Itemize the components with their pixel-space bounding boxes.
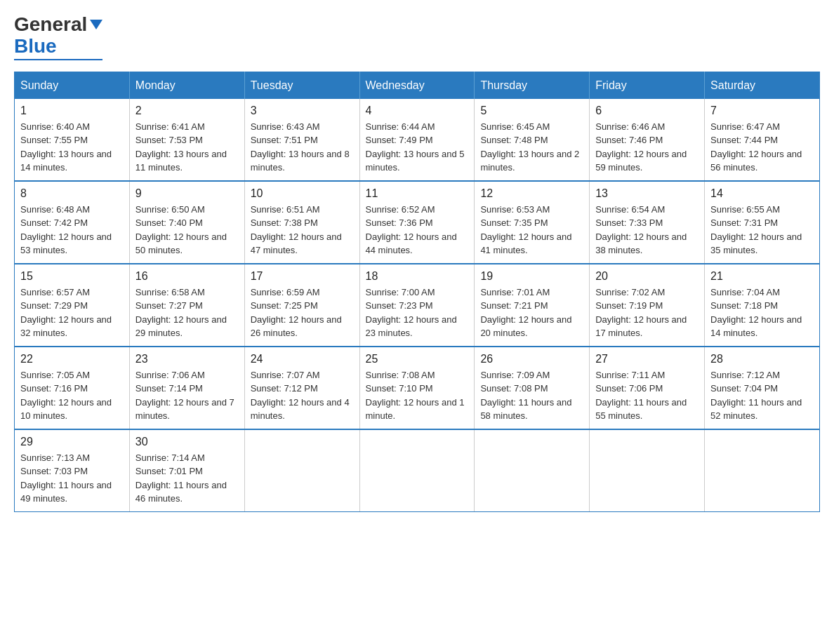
logo-blue-text: Blue bbox=[14, 36, 102, 58]
calendar-table: SundayMondayTuesdayWednesdayThursdayFrid… bbox=[14, 72, 820, 512]
weekday-header-monday: Monday bbox=[129, 72, 244, 99]
calendar-cell bbox=[705, 429, 820, 512]
calendar-cell: 25 Sunrise: 7:08 AMSunset: 7:10 PMDaylig… bbox=[359, 347, 475, 429]
weekday-header-row: SundayMondayTuesdayWednesdayThursdayFrid… bbox=[15, 72, 820, 99]
day-number: 13 bbox=[595, 187, 699, 200]
calendar-cell: 7 Sunrise: 6:47 AMSunset: 7:44 PMDayligh… bbox=[705, 99, 820, 181]
calendar-cell: 24 Sunrise: 7:07 AMSunset: 7:12 PMDaylig… bbox=[244, 347, 359, 429]
calendar-cell: 5 Sunrise: 6:45 AMSunset: 7:48 PMDayligh… bbox=[475, 99, 590, 181]
day-info: Sunrise: 7:12 AMSunset: 7:04 PMDaylight:… bbox=[710, 368, 814, 423]
day-number: 9 bbox=[135, 187, 239, 200]
calendar-cell: 3 Sunrise: 6:43 AMSunset: 7:51 PMDayligh… bbox=[244, 99, 359, 181]
day-number: 26 bbox=[480, 353, 583, 365]
logo-general-text: General bbox=[14, 14, 102, 36]
day-info: Sunrise: 6:46 AMSunset: 7:46 PMDaylight:… bbox=[595, 120, 699, 175]
calendar-week-row: 22 Sunrise: 7:05 AMSunset: 7:16 PMDaylig… bbox=[15, 347, 820, 429]
day-info: Sunrise: 7:08 AMSunset: 7:10 PMDaylight:… bbox=[366, 368, 469, 423]
day-info: Sunrise: 6:51 AMSunset: 7:38 PMDaylight:… bbox=[251, 203, 354, 257]
day-info: Sunrise: 7:09 AMSunset: 7:08 PMDaylight:… bbox=[480, 368, 583, 423]
calendar-cell: 13 Sunrise: 6:54 AMSunset: 7:33 PMDaylig… bbox=[590, 181, 705, 264]
day-number: 16 bbox=[135, 270, 239, 283]
day-number: 29 bbox=[20, 436, 124, 448]
calendar-cell: 29 Sunrise: 7:13 AMSunset: 7:03 PMDaylig… bbox=[15, 429, 130, 512]
day-info: Sunrise: 7:14 AMSunset: 7:01 PMDaylight:… bbox=[135, 451, 239, 506]
day-number: 1 bbox=[20, 105, 124, 117]
calendar-cell bbox=[359, 429, 475, 512]
day-info: Sunrise: 6:50 AMSunset: 7:40 PMDaylight:… bbox=[135, 203, 239, 257]
calendar-cell: 11 Sunrise: 6:52 AMSunset: 7:36 PMDaylig… bbox=[359, 181, 475, 264]
day-number: 24 bbox=[251, 353, 354, 365]
calendar-cell: 12 Sunrise: 6:53 AMSunset: 7:35 PMDaylig… bbox=[475, 181, 590, 264]
logo-underline bbox=[14, 59, 102, 60]
day-info: Sunrise: 6:45 AMSunset: 7:48 PMDaylight:… bbox=[480, 120, 583, 175]
calendar-cell: 15 Sunrise: 6:57 AMSunset: 7:29 PMDaylig… bbox=[15, 264, 130, 347]
day-info: Sunrise: 6:58 AMSunset: 7:27 PMDaylight:… bbox=[135, 286, 239, 340]
day-number: 18 bbox=[366, 270, 469, 283]
day-number: 17 bbox=[251, 270, 354, 283]
logo-triangle-icon bbox=[90, 20, 102, 29]
day-info: Sunrise: 6:53 AMSunset: 7:35 PMDaylight:… bbox=[480, 203, 583, 257]
calendar-cell: 17 Sunrise: 6:59 AMSunset: 7:25 PMDaylig… bbox=[244, 264, 359, 347]
day-number: 20 bbox=[595, 270, 699, 283]
day-info: Sunrise: 6:57 AMSunset: 7:29 PMDaylight:… bbox=[20, 286, 124, 340]
calendar-cell: 9 Sunrise: 6:50 AMSunset: 7:40 PMDayligh… bbox=[129, 181, 244, 264]
day-number: 28 bbox=[710, 353, 814, 365]
day-number: 11 bbox=[366, 187, 469, 200]
day-number: 27 bbox=[595, 353, 699, 365]
logo: General Blue bbox=[14, 14, 102, 60]
day-info: Sunrise: 7:02 AMSunset: 7:19 PMDaylight:… bbox=[595, 286, 699, 340]
calendar-week-row: 8 Sunrise: 6:48 AMSunset: 7:42 PMDayligh… bbox=[15, 181, 820, 264]
day-info: Sunrise: 6:59 AMSunset: 7:25 PMDaylight:… bbox=[251, 286, 354, 340]
day-number: 7 bbox=[710, 105, 814, 117]
day-info: Sunrise: 7:07 AMSunset: 7:12 PMDaylight:… bbox=[251, 368, 354, 423]
day-info: Sunrise: 7:05 AMSunset: 7:16 PMDaylight:… bbox=[20, 368, 124, 423]
day-number: 30 bbox=[135, 436, 239, 448]
calendar-cell: 6 Sunrise: 6:46 AMSunset: 7:46 PMDayligh… bbox=[590, 99, 705, 181]
day-info: Sunrise: 7:00 AMSunset: 7:23 PMDaylight:… bbox=[366, 286, 469, 340]
day-info: Sunrise: 6:54 AMSunset: 7:33 PMDaylight:… bbox=[595, 203, 699, 257]
calendar-week-row: 15 Sunrise: 6:57 AMSunset: 7:29 PMDaylig… bbox=[15, 264, 820, 347]
calendar-cell: 16 Sunrise: 6:58 AMSunset: 7:27 PMDaylig… bbox=[129, 264, 244, 347]
page-header: General Blue bbox=[14, 14, 820, 60]
day-number: 23 bbox=[135, 353, 239, 365]
day-info: Sunrise: 6:55 AMSunset: 7:31 PMDaylight:… bbox=[710, 203, 814, 257]
weekday-header-friday: Friday bbox=[590, 72, 705, 99]
day-number: 15 bbox=[20, 270, 124, 283]
day-number: 6 bbox=[595, 105, 699, 117]
calendar-cell: 18 Sunrise: 7:00 AMSunset: 7:23 PMDaylig… bbox=[359, 264, 475, 347]
day-info: Sunrise: 6:52 AMSunset: 7:36 PMDaylight:… bbox=[366, 203, 469, 257]
calendar-cell bbox=[475, 429, 590, 512]
day-number: 3 bbox=[251, 105, 354, 117]
calendar-week-row: 1 Sunrise: 6:40 AMSunset: 7:55 PMDayligh… bbox=[15, 99, 820, 181]
calendar-cell: 21 Sunrise: 7:04 AMSunset: 7:18 PMDaylig… bbox=[705, 264, 820, 347]
calendar-cell: 1 Sunrise: 6:40 AMSunset: 7:55 PMDayligh… bbox=[15, 99, 130, 181]
day-info: Sunrise: 7:01 AMSunset: 7:21 PMDaylight:… bbox=[480, 286, 583, 340]
weekday-header-saturday: Saturday bbox=[705, 72, 820, 99]
calendar-cell: 30 Sunrise: 7:14 AMSunset: 7:01 PMDaylig… bbox=[129, 429, 244, 512]
day-number: 5 bbox=[480, 105, 583, 117]
calendar-cell: 28 Sunrise: 7:12 AMSunset: 7:04 PMDaylig… bbox=[705, 347, 820, 429]
calendar-cell: 10 Sunrise: 6:51 AMSunset: 7:38 PMDaylig… bbox=[244, 181, 359, 264]
day-number: 14 bbox=[710, 187, 814, 200]
calendar-cell: 19 Sunrise: 7:01 AMSunset: 7:21 PMDaylig… bbox=[475, 264, 590, 347]
day-number: 2 bbox=[135, 105, 239, 117]
calendar-cell: 2 Sunrise: 6:41 AMSunset: 7:53 PMDayligh… bbox=[129, 99, 244, 181]
day-number: 8 bbox=[20, 187, 124, 200]
day-info: Sunrise: 6:40 AMSunset: 7:55 PMDaylight:… bbox=[20, 120, 124, 175]
day-number: 21 bbox=[710, 270, 814, 283]
weekday-header-tuesday: Tuesday bbox=[244, 72, 359, 99]
day-info: Sunrise: 7:11 AMSunset: 7:06 PMDaylight:… bbox=[595, 368, 699, 423]
calendar-cell: 14 Sunrise: 6:55 AMSunset: 7:31 PMDaylig… bbox=[705, 181, 820, 264]
day-info: Sunrise: 6:43 AMSunset: 7:51 PMDaylight:… bbox=[251, 120, 354, 175]
calendar-cell: 8 Sunrise: 6:48 AMSunset: 7:42 PMDayligh… bbox=[15, 181, 130, 264]
weekday-header-sunday: Sunday bbox=[15, 72, 130, 99]
day-number: 12 bbox=[480, 187, 583, 200]
day-info: Sunrise: 7:04 AMSunset: 7:18 PMDaylight:… bbox=[710, 286, 814, 340]
calendar-cell: 4 Sunrise: 6:44 AMSunset: 7:49 PMDayligh… bbox=[359, 99, 475, 181]
day-info: Sunrise: 6:47 AMSunset: 7:44 PMDaylight:… bbox=[710, 120, 814, 175]
day-info: Sunrise: 6:44 AMSunset: 7:49 PMDaylight:… bbox=[366, 120, 469, 175]
calendar-cell: 26 Sunrise: 7:09 AMSunset: 7:08 PMDaylig… bbox=[475, 347, 590, 429]
calendar-cell: 20 Sunrise: 7:02 AMSunset: 7:19 PMDaylig… bbox=[590, 264, 705, 347]
day-info: Sunrise: 6:48 AMSunset: 7:42 PMDaylight:… bbox=[20, 203, 124, 257]
calendar-cell: 22 Sunrise: 7:05 AMSunset: 7:16 PMDaylig… bbox=[15, 347, 130, 429]
